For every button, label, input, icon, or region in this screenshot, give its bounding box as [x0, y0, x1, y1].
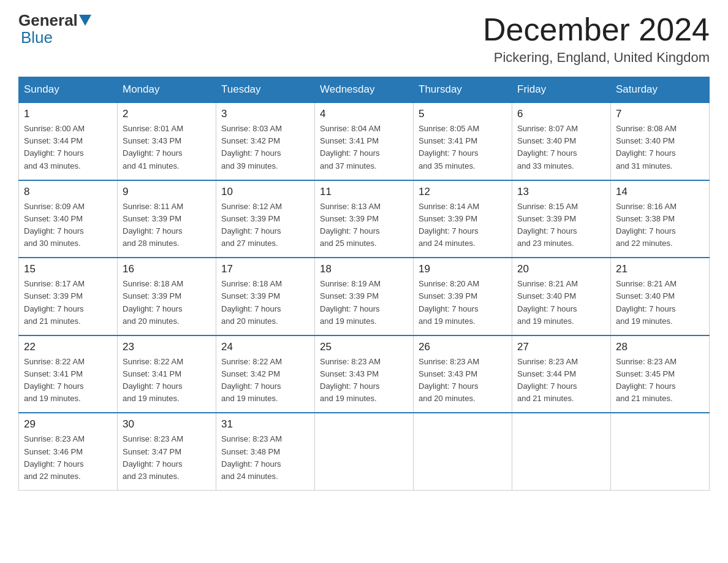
day-info: Sunrise: 8:03 AMSunset: 3:42 PMDaylight:… [221, 124, 282, 170]
calendar-cell: 24 Sunrise: 8:22 AMSunset: 3:42 PMDaylig… [216, 335, 315, 413]
calendar-cell: 14 Sunrise: 8:16 AMSunset: 3:38 PMDaylig… [611, 180, 710, 258]
day-number: 12 [419, 186, 507, 198]
day-number: 31 [221, 418, 309, 431]
logo: General Blue [18, 12, 93, 47]
day-info: Sunrise: 8:15 AMSunset: 3:39 PMDaylight:… [517, 202, 578, 248]
calendar-table: Sunday Monday Tuesday Wednesday Thursday… [18, 77, 710, 491]
page-header: General Blue December 2024 Pickering, En… [18, 12, 710, 66]
col-sunday: Sunday [19, 77, 118, 103]
calendar-cell: 1 Sunrise: 8:00 AMSunset: 3:44 PMDayligh… [19, 102, 118, 180]
day-number: 10 [221, 186, 309, 198]
day-number: 18 [320, 263, 408, 275]
col-saturday: Saturday [611, 77, 710, 103]
day-number: 21 [616, 263, 704, 275]
calendar-cell [611, 413, 710, 490]
day-info: Sunrise: 8:08 AMSunset: 3:40 PMDaylight:… [616, 124, 677, 170]
logo-general-text: General [18, 12, 78, 28]
day-info: Sunrise: 8:23 AMSunset: 3:48 PMDaylight:… [221, 434, 282, 480]
day-number: 9 [123, 186, 211, 198]
day-info: Sunrise: 8:22 AMSunset: 3:42 PMDaylight:… [221, 357, 282, 403]
day-number: 2 [123, 108, 211, 120]
day-number: 5 [419, 108, 507, 120]
calendar-header: Sunday Monday Tuesday Wednesday Thursday… [19, 77, 710, 103]
day-info: Sunrise: 8:00 AMSunset: 3:44 PMDaylight:… [24, 124, 85, 170]
calendar-cell: 10 Sunrise: 8:12 AMSunset: 3:39 PMDaylig… [216, 180, 315, 258]
calendar-cell: 9 Sunrise: 8:11 AMSunset: 3:39 PMDayligh… [118, 180, 216, 258]
calendar-cell: 27 Sunrise: 8:23 AMSunset: 3:44 PMDaylig… [512, 335, 611, 413]
calendar-week-1: 1 Sunrise: 8:00 AMSunset: 3:44 PMDayligh… [19, 102, 710, 180]
calendar-week-3: 15 Sunrise: 8:17 AMSunset: 3:39 PMDaylig… [19, 258, 710, 335]
day-number: 1 [24, 108, 112, 120]
calendar-cell: 29 Sunrise: 8:23 AMSunset: 3:46 PMDaylig… [19, 413, 118, 490]
location-text: Pickering, England, United Kingdom [483, 50, 710, 66]
calendar-week-4: 22 Sunrise: 8:22 AMSunset: 3:41 PMDaylig… [19, 335, 710, 413]
day-info: Sunrise: 8:20 AMSunset: 3:39 PMDaylight:… [419, 279, 479, 325]
day-number: 6 [517, 108, 605, 120]
calendar-week-5: 29 Sunrise: 8:23 AMSunset: 3:46 PMDaylig… [19, 413, 710, 490]
day-number: 23 [123, 341, 211, 353]
day-info: Sunrise: 8:18 AMSunset: 3:39 PMDaylight:… [123, 279, 183, 325]
calendar-week-2: 8 Sunrise: 8:09 AMSunset: 3:40 PMDayligh… [19, 180, 710, 258]
calendar-cell: 6 Sunrise: 8:07 AMSunset: 3:40 PMDayligh… [512, 102, 611, 180]
day-number: 19 [419, 263, 507, 275]
calendar-cell [315, 413, 414, 490]
day-info: Sunrise: 8:23 AMSunset: 3:47 PMDaylight:… [123, 434, 183, 480]
calendar-cell: 23 Sunrise: 8:22 AMSunset: 3:41 PMDaylig… [118, 335, 216, 413]
day-info: Sunrise: 8:19 AMSunset: 3:39 PMDaylight:… [320, 279, 381, 325]
day-info: Sunrise: 8:12 AMSunset: 3:39 PMDaylight:… [221, 202, 282, 248]
day-number: 27 [517, 341, 605, 353]
calendar-cell: 5 Sunrise: 8:05 AMSunset: 3:41 PMDayligh… [414, 102, 512, 180]
col-monday: Monday [118, 77, 216, 103]
day-number: 24 [221, 341, 309, 353]
day-info: Sunrise: 8:16 AMSunset: 3:38 PMDaylight:… [616, 202, 677, 248]
calendar-cell [512, 413, 611, 490]
day-info: Sunrise: 8:09 AMSunset: 3:40 PMDaylight:… [24, 202, 85, 248]
day-info: Sunrise: 8:22 AMSunset: 3:41 PMDaylight:… [24, 357, 85, 403]
calendar-cell: 15 Sunrise: 8:17 AMSunset: 3:39 PMDaylig… [19, 258, 118, 335]
day-number: 3 [221, 108, 309, 120]
day-number: 20 [517, 263, 605, 275]
title-block: December 2024 Pickering, England, United… [483, 12, 710, 66]
day-number: 13 [517, 186, 605, 198]
calendar-cell: 31 Sunrise: 8:23 AMSunset: 3:48 PMDaylig… [216, 413, 315, 490]
day-info: Sunrise: 8:07 AMSunset: 3:40 PMDaylight:… [517, 124, 578, 170]
calendar-cell: 2 Sunrise: 8:01 AMSunset: 3:43 PMDayligh… [118, 102, 216, 180]
calendar-cell: 26 Sunrise: 8:23 AMSunset: 3:43 PMDaylig… [414, 335, 512, 413]
day-number: 8 [24, 186, 112, 198]
day-number: 22 [24, 341, 112, 353]
calendar-cell: 16 Sunrise: 8:18 AMSunset: 3:39 PMDaylig… [118, 258, 216, 335]
calendar-cell: 18 Sunrise: 8:19 AMSunset: 3:39 PMDaylig… [315, 258, 414, 335]
calendar-cell: 11 Sunrise: 8:13 AMSunset: 3:39 PMDaylig… [315, 180, 414, 258]
calendar-cell: 30 Sunrise: 8:23 AMSunset: 3:47 PMDaylig… [118, 413, 216, 490]
day-number: 11 [320, 186, 408, 198]
calendar-cell: 4 Sunrise: 8:04 AMSunset: 3:41 PMDayligh… [315, 102, 414, 180]
calendar-cell: 12 Sunrise: 8:14 AMSunset: 3:39 PMDaylig… [414, 180, 512, 258]
calendar-cell: 22 Sunrise: 8:22 AMSunset: 3:41 PMDaylig… [19, 335, 118, 413]
day-info: Sunrise: 8:17 AMSunset: 3:39 PMDaylight:… [24, 279, 85, 325]
day-number: 30 [123, 418, 211, 431]
day-number: 25 [320, 341, 408, 353]
day-number: 26 [419, 341, 507, 353]
month-title: December 2024 [483, 12, 710, 47]
calendar-cell: 20 Sunrise: 8:21 AMSunset: 3:40 PMDaylig… [512, 258, 611, 335]
day-info: Sunrise: 8:04 AMSunset: 3:41 PMDaylight:… [320, 124, 381, 170]
col-friday: Friday [512, 77, 611, 103]
day-info: Sunrise: 8:23 AMSunset: 3:45 PMDaylight:… [616, 357, 677, 403]
day-info: Sunrise: 8:14 AMSunset: 3:39 PMDaylight:… [419, 202, 479, 248]
day-number: 28 [616, 341, 704, 353]
day-number: 17 [221, 263, 309, 275]
day-info: Sunrise: 8:01 AMSunset: 3:43 PMDaylight:… [123, 124, 183, 170]
col-tuesday: Tuesday [216, 77, 315, 103]
calendar-cell: 13 Sunrise: 8:15 AMSunset: 3:39 PMDaylig… [512, 180, 611, 258]
day-info: Sunrise: 8:23 AMSunset: 3:43 PMDaylight:… [320, 357, 381, 403]
col-thursday: Thursday [414, 77, 512, 103]
day-number: 14 [616, 186, 704, 198]
calendar-cell [414, 413, 512, 490]
calendar-cell: 25 Sunrise: 8:23 AMSunset: 3:43 PMDaylig… [315, 335, 414, 413]
day-number: 7 [616, 108, 704, 120]
day-info: Sunrise: 8:05 AMSunset: 3:41 PMDaylight:… [419, 124, 479, 170]
day-info: Sunrise: 8:21 AMSunset: 3:40 PMDaylight:… [616, 279, 677, 325]
calendar-cell: 3 Sunrise: 8:03 AMSunset: 3:42 PMDayligh… [216, 102, 315, 180]
calendar-cell: 7 Sunrise: 8:08 AMSunset: 3:40 PMDayligh… [611, 102, 710, 180]
calendar-cell: 19 Sunrise: 8:20 AMSunset: 3:39 PMDaylig… [414, 258, 512, 335]
